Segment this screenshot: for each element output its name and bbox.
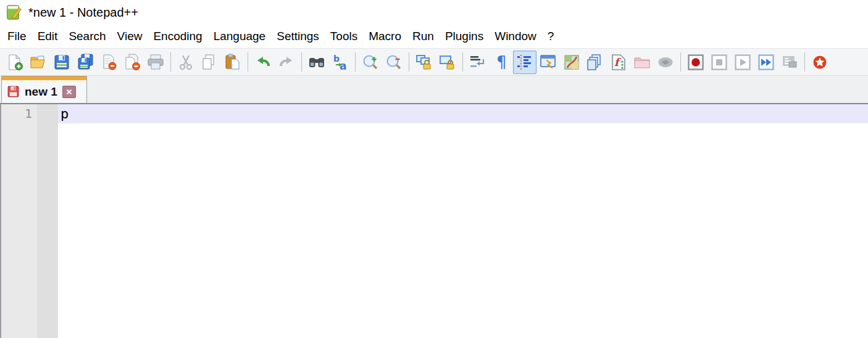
line-number: 1 <box>1 104 37 123</box>
menu-edit[interactable]: Edit <box>32 28 64 45</box>
sync-horizontal-scroll-button[interactable] <box>436 51 459 74</box>
define-language-icon <box>539 53 557 72</box>
current-line[interactable]: p <box>58 104 868 123</box>
zoom-out-button[interactable] <box>382 51 406 74</box>
menu-macro[interactable]: Macro <box>363 28 407 45</box>
document-list-icon <box>586 53 604 72</box>
find-icon <box>307 53 326 72</box>
document-map-button[interactable] <box>560 51 583 74</box>
show-indent-guide-icon <box>515 53 534 72</box>
menu-plugins[interactable]: Plugins <box>440 28 489 45</box>
redo-icon <box>277 53 296 72</box>
tab-new-1[interactable]: new 1 <box>1 76 87 103</box>
macro-record-icon <box>686 53 705 72</box>
new-file-button[interactable] <box>3 51 27 74</box>
toolbar-separator <box>462 52 463 72</box>
folder-as-workspace-button[interactable] <box>630 51 654 74</box>
macro-play-icon <box>733 53 752 72</box>
title-bar: *new 1 - Notepad++ <box>0 0 868 25</box>
sync-vertical-scroll-button[interactable] <box>412 51 436 74</box>
active-tab-stripe <box>2 76 86 80</box>
print-button[interactable] <box>144 51 167 74</box>
paste-icon <box>223 53 242 72</box>
zoom-in-icon <box>361 53 380 72</box>
text-area[interactable]: p <box>58 104 868 338</box>
folder-as-workspace-icon <box>633 53 651 72</box>
menu-encoding[interactable]: Encoding <box>148 28 207 45</box>
notepad-plus-plus-window: *new 1 - Notepad++ File Edit Search View… <box>0 0 868 338</box>
new-file-icon <box>6 53 24 72</box>
tab-bar: new 1 <box>0 75 868 104</box>
macro-run-multiple-icon <box>757 53 775 72</box>
toolbar-separator <box>248 52 248 72</box>
zoom-out-icon <box>385 53 403 72</box>
replace-icon: b a <box>331 53 349 72</box>
find-button[interactable] <box>305 51 328 74</box>
monitoring-button[interactable] <box>654 51 677 74</box>
undo-button[interactable] <box>251 51 275 74</box>
macro-stop-button[interactable] <box>707 51 731 74</box>
monitoring-icon <box>656 53 675 72</box>
plugin-star-button[interactable] <box>808 51 832 74</box>
open-file-icon <box>29 53 48 72</box>
macro-record-button[interactable] <box>684 51 707 74</box>
copy-icon <box>200 53 219 72</box>
document-list-button[interactable] <box>583 51 607 74</box>
replace-button[interactable]: b a <box>328 51 352 74</box>
open-file-button[interactable] <box>27 51 50 74</box>
tab-close-button[interactable] <box>62 86 76 98</box>
close-file-icon <box>99 53 118 72</box>
print-icon <box>146 53 165 72</box>
toolbar-separator <box>301 52 302 72</box>
cut-button[interactable] <box>174 51 198 74</box>
toolbar-separator <box>170 52 171 72</box>
close-all-icon <box>123 53 141 72</box>
macro-run-multiple-button[interactable] <box>754 51 778 74</box>
toolbar-separator <box>355 52 356 72</box>
macro-play-button[interactable] <box>731 51 754 74</box>
menu-view[interactable]: View <box>112 28 148 45</box>
svg-text:a: a <box>340 60 346 72</box>
close-icon <box>65 88 73 96</box>
close-file-button[interactable] <box>97 51 120 74</box>
paste-button[interactable] <box>221 51 244 74</box>
macro-save-icon <box>780 53 799 72</box>
menu-bar: File Edit Search View Encoding Language … <box>0 25 868 48</box>
menu-file[interactable]: File <box>2 28 32 45</box>
show-indent-guide-button[interactable] <box>513 51 536 74</box>
macro-save-button[interactable] <box>778 51 801 74</box>
sync-horizontal-scroll-icon <box>438 53 457 72</box>
menu-tools[interactable]: Tools <box>325 28 363 45</box>
save-icon <box>52 53 71 72</box>
save-all-icon <box>76 53 94 72</box>
menu-settings[interactable]: Settings <box>271 28 325 45</box>
menu-help[interactable]: ? <box>542 28 560 45</box>
menu-language[interactable]: Language <box>208 28 272 45</box>
menu-search[interactable]: Search <box>63 28 111 45</box>
bookmark-fold-margin <box>37 104 58 338</box>
define-language-button[interactable] <box>536 51 560 74</box>
line-number-margin: 1 <box>1 104 37 338</box>
menu-run[interactable]: Run <box>407 28 440 45</box>
toolbar: b a <box>0 48 868 75</box>
notepad-plus-plus-logo-icon <box>5 4 22 21</box>
function-list-icon: f <box>609 53 628 72</box>
show-all-characters-button[interactable]: ¶ <box>490 51 513 74</box>
menu-window[interactable]: Window <box>489 28 542 45</box>
undo-icon <box>254 53 272 72</box>
tab-label: new 1 <box>25 85 57 99</box>
zoom-in-button[interactable] <box>359 51 382 74</box>
toolbar-separator <box>804 52 805 72</box>
close-all-button[interactable] <box>120 51 144 74</box>
toolbar-separator <box>409 52 409 72</box>
word-wrap-button[interactable] <box>466 51 490 74</box>
cut-icon <box>177 53 195 72</box>
function-list-button[interactable]: f <box>607 51 630 74</box>
redo-button[interactable] <box>275 51 298 74</box>
save-button[interactable] <box>50 51 73 74</box>
document-map-icon <box>562 53 581 72</box>
window-title: *new 1 - Notepad++ <box>28 6 138 20</box>
sync-vertical-scroll-icon <box>415 53 433 72</box>
save-all-button[interactable] <box>73 51 97 74</box>
copy-button[interactable] <box>198 51 221 74</box>
